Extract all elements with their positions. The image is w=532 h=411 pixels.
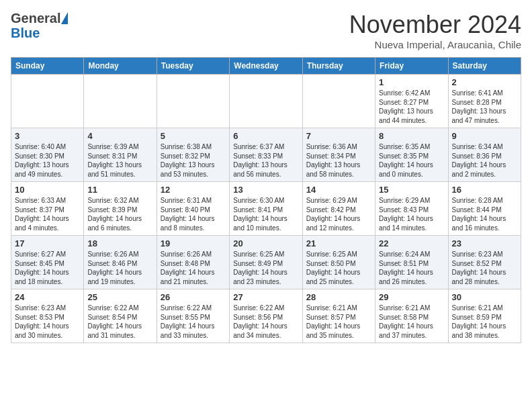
day-number: 29 (379, 292, 444, 302)
calendar-cell: 3Sunrise: 6:40 AMSunset: 8:30 PMDaylight… (11, 128, 84, 182)
day-info: Sunrise: 6:28 AMSunset: 8:44 PMDaylight:… (452, 196, 517, 232)
calendar-cell: 9Sunrise: 6:34 AMSunset: 8:36 PMDaylight… (448, 128, 521, 182)
day-info: Sunrise: 6:30 AMSunset: 8:41 PMDaylight:… (233, 196, 298, 232)
day-info: Sunrise: 6:26 AMSunset: 8:46 PMDaylight:… (87, 250, 152, 286)
day-number: 30 (452, 292, 517, 302)
day-info: Sunrise: 6:23 AMSunset: 8:52 PMDaylight:… (452, 250, 517, 286)
calendar-cell: 30Sunrise: 6:21 AMSunset: 8:59 PMDayligh… (448, 289, 521, 343)
calendar-cell: 17Sunrise: 6:27 AMSunset: 8:45 PMDayligh… (11, 236, 84, 289)
day-number: 26 (161, 292, 226, 302)
day-info: Sunrise: 6:21 AMSunset: 8:58 PMDaylight:… (379, 304, 444, 340)
calendar-cell: 10Sunrise: 6:33 AMSunset: 8:37 PMDayligh… (11, 182, 84, 236)
day-number: 6 (233, 131, 298, 141)
column-header-tuesday: Tuesday (157, 58, 229, 75)
day-number: 16 (452, 185, 517, 195)
day-number: 28 (306, 292, 371, 302)
calendar-cell (84, 75, 157, 128)
calendar-cell: 19Sunrise: 6:26 AMSunset: 8:48 PMDayligh… (157, 236, 229, 289)
day-info: Sunrise: 6:40 AMSunset: 8:30 PMDaylight:… (15, 142, 80, 179)
day-number: 19 (161, 238, 226, 248)
calendar-cell: 7Sunrise: 6:36 AMSunset: 8:34 PMDaylight… (302, 128, 375, 182)
day-info: Sunrise: 6:27 AMSunset: 8:45 PMDaylight:… (15, 250, 80, 286)
day-info: Sunrise: 6:42 AMSunset: 8:27 PMDaylight:… (379, 89, 444, 125)
day-number: 25 (87, 292, 152, 302)
calendar-cell: 20Sunrise: 6:25 AMSunset: 8:49 PMDayligh… (230, 236, 302, 289)
calendar-cell (11, 75, 84, 128)
calendar-cell: 13Sunrise: 6:30 AMSunset: 8:41 PMDayligh… (230, 182, 302, 236)
day-number: 2 (452, 77, 517, 87)
calendar-week-2: 3Sunrise: 6:40 AMSunset: 8:30 PMDaylight… (11, 128, 521, 182)
page-header: General Blue November 2024 Nueva Imperia… (11, 11, 521, 50)
day-info: Sunrise: 6:22 AMSunset: 8:54 PMDaylight:… (87, 304, 152, 340)
day-info: Sunrise: 6:29 AMSunset: 8:42 PMDaylight:… (306, 196, 371, 232)
day-info: Sunrise: 6:35 AMSunset: 8:35 PMDaylight:… (379, 142, 444, 179)
day-number: 22 (379, 238, 444, 248)
day-number: 13 (233, 185, 298, 195)
day-info: Sunrise: 6:21 AMSunset: 8:57 PMDaylight:… (306, 304, 371, 340)
calendar-cell: 14Sunrise: 6:29 AMSunset: 8:42 PMDayligh… (302, 182, 375, 236)
header-row: SundayMondayTuesdayWednesdayThursdayFrid… (11, 58, 521, 75)
calendar-cell: 18Sunrise: 6:26 AMSunset: 8:46 PMDayligh… (84, 236, 157, 289)
calendar-cell: 11Sunrise: 6:32 AMSunset: 8:39 PMDayligh… (84, 182, 157, 236)
day-info: Sunrise: 6:25 AMSunset: 8:50 PMDaylight:… (306, 250, 371, 286)
calendar-cell: 27Sunrise: 6:22 AMSunset: 8:56 PMDayligh… (230, 289, 302, 343)
title-area: November 2024 Nueva Imperial, Araucania,… (349, 11, 521, 50)
column-header-sunday: Sunday (11, 58, 84, 75)
location: Nueva Imperial, Araucania, Chile (349, 39, 521, 50)
day-number: 4 (87, 131, 152, 141)
day-info: Sunrise: 6:39 AMSunset: 8:31 PMDaylight:… (87, 142, 152, 179)
day-info: Sunrise: 6:26 AMSunset: 8:48 PMDaylight:… (161, 250, 226, 286)
day-info: Sunrise: 6:25 AMSunset: 8:49 PMDaylight:… (233, 250, 298, 286)
day-number: 7 (306, 131, 371, 141)
calendar-cell: 15Sunrise: 6:29 AMSunset: 8:43 PMDayligh… (375, 182, 448, 236)
day-number: 15 (379, 185, 444, 195)
day-number: 21 (306, 238, 371, 248)
day-number: 20 (233, 238, 298, 248)
logo-blue: Blue (11, 26, 68, 40)
day-info: Sunrise: 6:23 AMSunset: 8:53 PMDaylight:… (15, 304, 80, 340)
calendar-body: 1Sunrise: 6:42 AMSunset: 8:27 PMDaylight… (11, 75, 521, 343)
day-number: 12 (161, 185, 226, 195)
day-info: Sunrise: 6:34 AMSunset: 8:36 PMDaylight:… (452, 142, 517, 179)
day-number: 23 (452, 238, 517, 248)
day-info: Sunrise: 6:36 AMSunset: 8:34 PMDaylight:… (306, 142, 371, 179)
column-header-thursday: Thursday (302, 58, 375, 75)
calendar-week-3: 10Sunrise: 6:33 AMSunset: 8:37 PMDayligh… (11, 182, 521, 236)
calendar-cell: 12Sunrise: 6:31 AMSunset: 8:40 PMDayligh… (157, 182, 229, 236)
calendar-cell: 6Sunrise: 6:37 AMSunset: 8:33 PMDaylight… (230, 128, 302, 182)
calendar-cell: 4Sunrise: 6:39 AMSunset: 8:31 PMDaylight… (84, 128, 157, 182)
calendar-cell: 21Sunrise: 6:25 AMSunset: 8:50 PMDayligh… (302, 236, 375, 289)
calendar-week-5: 24Sunrise: 6:23 AMSunset: 8:53 PMDayligh… (11, 289, 521, 343)
column-header-friday: Friday (375, 58, 448, 75)
day-number: 5 (161, 131, 226, 141)
day-info: Sunrise: 6:38 AMSunset: 8:32 PMDaylight:… (161, 142, 226, 179)
day-info: Sunrise: 6:41 AMSunset: 8:28 PMDaylight:… (452, 89, 517, 125)
calendar-cell (230, 75, 302, 128)
logo-triangle-icon (61, 12, 68, 24)
calendar-cell: 1Sunrise: 6:42 AMSunset: 8:27 PMDaylight… (375, 75, 448, 128)
day-info: Sunrise: 6:29 AMSunset: 8:43 PMDaylight:… (379, 196, 444, 232)
column-header-monday: Monday (84, 58, 157, 75)
day-info: Sunrise: 6:33 AMSunset: 8:37 PMDaylight:… (15, 196, 80, 232)
day-info: Sunrise: 6:37 AMSunset: 8:33 PMDaylight:… (233, 142, 298, 179)
day-info: Sunrise: 6:22 AMSunset: 8:56 PMDaylight:… (233, 304, 298, 340)
calendar-week-1: 1Sunrise: 6:42 AMSunset: 8:27 PMDaylight… (11, 75, 521, 128)
calendar-cell: 23Sunrise: 6:23 AMSunset: 8:52 PMDayligh… (448, 236, 521, 289)
day-number: 9 (452, 131, 517, 141)
day-number: 1 (379, 77, 444, 87)
calendar-cell: 22Sunrise: 6:24 AMSunset: 8:51 PMDayligh… (375, 236, 448, 289)
day-number: 11 (87, 185, 152, 195)
calendar-cell (157, 75, 229, 128)
calendar-cell: 29Sunrise: 6:21 AMSunset: 8:58 PMDayligh… (375, 289, 448, 343)
day-number: 24 (15, 292, 80, 302)
day-number: 27 (233, 292, 298, 302)
calendar-cell (302, 75, 375, 128)
calendar-header: SundayMondayTuesdayWednesdayThursdayFrid… (11, 58, 521, 75)
day-info: Sunrise: 6:21 AMSunset: 8:59 PMDaylight:… (452, 304, 517, 340)
calendar-cell: 8Sunrise: 6:35 AMSunset: 8:35 PMDaylight… (375, 128, 448, 182)
column-header-saturday: Saturday (448, 58, 521, 75)
column-header-wednesday: Wednesday (230, 58, 302, 75)
day-number: 8 (379, 131, 444, 141)
calendar-cell: 2Sunrise: 6:41 AMSunset: 8:28 PMDaylight… (448, 75, 521, 128)
calendar-cell: 28Sunrise: 6:21 AMSunset: 8:57 PMDayligh… (302, 289, 375, 343)
